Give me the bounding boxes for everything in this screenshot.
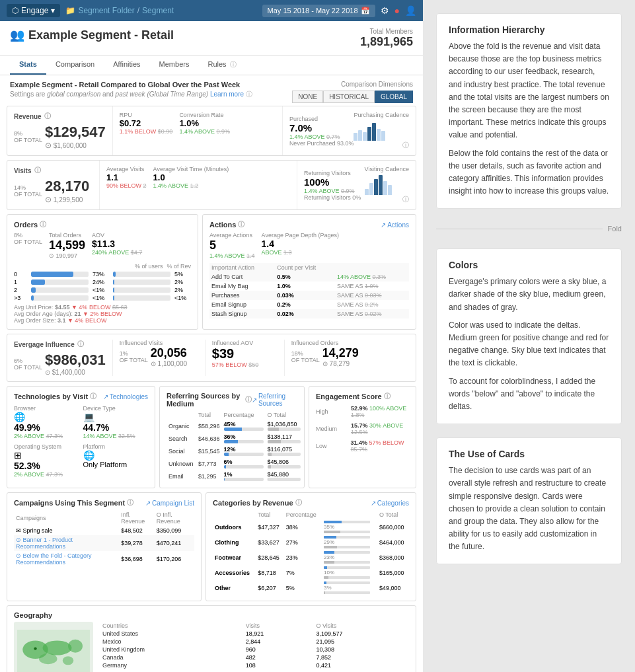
returning-delta: 1.4% ABOVE 0.9% [304, 188, 361, 194]
ref-col-ototal: O Total [266, 410, 303, 420]
tab-stats[interactable]: Stats [10, 56, 46, 75]
dashboard-panel: ⬡ Engage ▾ 📁 Segment Folder / Segment Ma… [0, 0, 423, 672]
influenced-visits-value: 20,056 [151, 346, 187, 360]
actions-col-action: Important Action [209, 263, 275, 272]
browser-icon: 🌐 [14, 412, 79, 422]
purchased-label: Purchased [289, 116, 354, 122]
revenue-details: RPU $0.72 1.1% BELOW $0.90 Conversion Ra… [113, 106, 282, 155]
geography-title: Geography [14, 611, 52, 619]
visits-right: Returning Visitors 100% 1.4% ABOVE 0.9% … [297, 161, 416, 209]
influenced-orders-label: Influenced Orders [291, 340, 371, 346]
referring-card: Referring Sources by Medium ⓘ ↗ Referrin… [159, 386, 305, 488]
visits-sub-value: ⊙ 1,299,500 [45, 195, 89, 204]
visiting-cadence-label: Visiting Cadence [365, 166, 409, 172]
engagement-medium-row: Medium 15.7% 30% ABOVE 12.5% [316, 422, 409, 435]
nav-brand[interactable]: ⬡ Engage ▾ [7, 4, 60, 17]
settings-icon[interactable]: ⚙ [381, 5, 389, 16]
link-icon: ↗ [381, 221, 386, 229]
tab-members[interactable]: Members [150, 56, 199, 75]
evergage-info-icon[interactable]: ⓘ [77, 340, 84, 349]
user-icon[interactable]: 👤 [405, 5, 416, 16]
orders-header: Orders ⓘ [14, 220, 191, 229]
orders-info-icon[interactable]: ⓘ [40, 220, 46, 229]
geography-table-row: United Kingdom 960 10,308 [100, 646, 409, 653]
orders-title: Orders ⓘ [14, 220, 46, 229]
camp-col-o-infl-rev: O Infl. Revenue [155, 510, 194, 526]
actions-title: Actions ⓘ [209, 220, 244, 229]
categories-table-body: Outdoors $47,327 38% 35% $660,000 Clothi… [213, 519, 409, 595]
revenue-right: Purchased 7.0% 1.4% ABOVE 0.7% Never Pur… [282, 106, 416, 155]
tab-comparison[interactable]: Comparison [46, 56, 104, 75]
tech-info-icon[interactable]: ⓘ [90, 392, 96, 401]
engagement-low-vals: 31.4% 57% BELOW 85.7% [351, 439, 409, 453]
device-metric: Device Type 💻 44.7% 14% ABOVE 32.5% [83, 405, 149, 439]
tab-rules[interactable]: Rules ⓘ [198, 56, 245, 75]
visits-pct: 14%OF TOTAL [14, 184, 42, 198]
actions-table: Important Action Count per Visit Add To … [209, 263, 409, 318]
geo-col-o-visits: O Visits [314, 622, 410, 630]
referring-info-icon[interactable]: ⓘ [245, 395, 252, 404]
campaigns-link[interactable]: ↗ Campaign List [145, 500, 194, 507]
actions-col-delta [335, 263, 409, 272]
actions-table-row: Email Signup 0.2% SAME AS 0.2% [209, 300, 409, 309]
orders-table-row: >3 <1% <1% [14, 295, 191, 301]
influenced-visits: Influenced Visits 1%OF TOTAL 20,056 ⊙ 1,… [113, 340, 205, 376]
actions-col-count: Count per Visit [275, 263, 335, 272]
tech-link[interactable]: ↗ Technologies [103, 393, 148, 400]
evergage-sub-value: ⊙ $1,400,000 [45, 369, 106, 376]
ref-col-pct: Percentage [222, 410, 266, 420]
comparison-header: Example Segment - Retail Compared to Glo… [0, 75, 423, 106]
ref-col-total: Total [196, 410, 222, 420]
page-header: 👥 Example Segment - Retail Total Members… [0, 21, 423, 56]
dim-none-btn[interactable]: NONE [292, 91, 323, 103]
actions-link[interactable]: ↗ Actions [381, 221, 409, 229]
campaigns-header: Campaigns Using This Segment ⓘ ↗ Campaig… [14, 498, 194, 507]
categories-info-icon[interactable]: ⓘ [295, 498, 302, 507]
revenue-label: Revenue ⓘ [14, 112, 106, 121]
cat-col-ototal: O Total [377, 510, 409, 519]
actions-info-icon[interactable]: ⓘ [238, 220, 244, 229]
orders-table-row: 2 <1% 2% [14, 287, 191, 293]
campaigns-info-icon[interactable]: ⓘ [127, 498, 133, 507]
purchasing-info-icon[interactable]: ⓘ [402, 141, 409, 149]
categories-table: Total Percentage O Total Outdoors $47,32… [213, 510, 409, 595]
actions-header: Actions ⓘ ↗ Actions [209, 220, 409, 229]
revenue-pct: 8%OF TOTAL [14, 130, 42, 143]
engagement-high-label: High [316, 408, 343, 415]
visits-info-icon[interactable]: ⓘ [34, 166, 41, 175]
engagement-high-row: High 52.9% 100% ABOVE 1.8% [316, 405, 409, 418]
dim-global-btn[interactable]: GLOBAL [375, 91, 413, 103]
actions-metrics: Average Actions 5 1.4% ABOVE 1.4 Average… [209, 232, 409, 259]
orders-table-header-rev: % of Rev [167, 263, 191, 270]
categories-card: Categories by Revenue ⓘ ↗ Categories Tot… [205, 492, 416, 601]
technologies-card: Technologies by Visit ⓘ ↗ Technologies B… [7, 386, 155, 488]
categories-link-icon: ↗ [371, 500, 376, 507]
referring-link-icon: ↗ [252, 396, 257, 404]
date-range[interactable]: May 15 2018 - May 22 2018 📅 [262, 5, 375, 17]
breadcrumb-folder[interactable]: Segment Folder [78, 6, 134, 15]
bottom-cards-row: Technologies by Visit ⓘ ↗ Technologies B… [7, 386, 416, 488]
referring-header: Referring Sources by Medium ⓘ ↗ Referrin… [167, 392, 297, 408]
influenced-orders: Influenced Orders 18%OF TOTAL 14,279 ⊙ 7… [285, 340, 377, 376]
alert-icon[interactable]: ● [394, 5, 400, 16]
annotation-card-0: Information Hierarchy Above the fold is … [436, 13, 622, 209]
tab-affinities[interactable]: Affinities [104, 56, 149, 75]
orders-pct-label: 8%OF TOTAL [14, 232, 42, 245]
evergage-pct: 6%OF TOTAL [14, 357, 42, 371]
referring-title: Referring Sources by Medium ⓘ [167, 392, 252, 408]
dim-historical-btn[interactable]: HISTORICAL [323, 91, 375, 103]
visiting-info-icon[interactable]: ⓘ [402, 196, 409, 203]
learn-more-link[interactable]: Learn more [210, 91, 244, 98]
referring-link[interactable]: ↗ Referring Sources [252, 392, 297, 407]
categories-link[interactable]: ↗ Categories [371, 500, 409, 507]
geography-table-row: Germany 108 0,421 [100, 661, 409, 669]
cat-col-total: Total [256, 510, 284, 519]
annotations-panel: Information Hierarchy Above the fold is … [423, 0, 635, 672]
conv-rate-value: 1.0% [179, 118, 230, 128]
engagement-info-icon[interactable]: ⓘ [384, 392, 391, 401]
breadcrumb-segment[interactable]: Segment [142, 6, 174, 15]
revenue-info-icon[interactable]: ⓘ [44, 112, 51, 121]
svg-point-5 [63, 656, 74, 665]
influenced-orders-value: 14,279 [322, 346, 359, 360]
calendar-icon: 📅 [361, 7, 370, 15]
